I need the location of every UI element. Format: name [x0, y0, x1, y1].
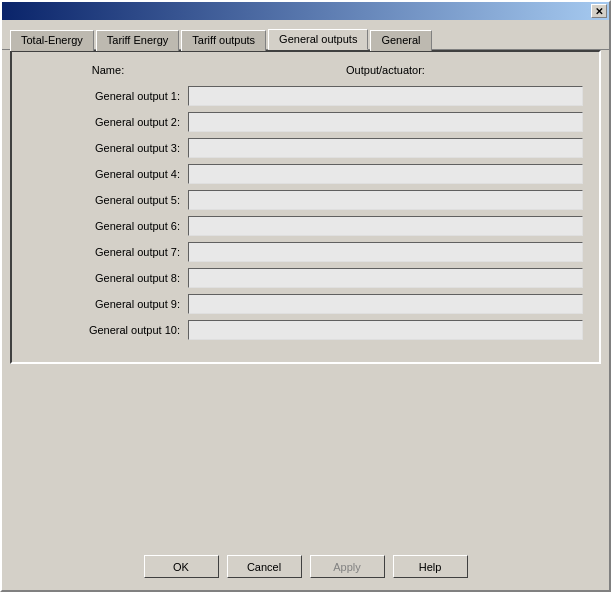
tabs-container: Total-Energy Tariff Energy Tariff output…	[2, 24, 609, 50]
row-label-2: General output 2:	[28, 116, 188, 128]
close-button[interactable]: ✕	[591, 4, 607, 18]
table-row: General output 10:	[28, 320, 583, 340]
column-headers: Name: Output/actuator:	[28, 64, 583, 76]
tab-general-outputs[interactable]: General outputs	[268, 29, 368, 50]
tab-tariff-outputs[interactable]: Tariff outputs	[181, 30, 266, 51]
table-row: General output 6:	[28, 216, 583, 236]
table-row: General output 5:	[28, 190, 583, 210]
footer-buttons: OK Cancel Apply Help	[2, 555, 609, 578]
main-window: ✕ Total-Energy Tariff Energy Tariff outp…	[0, 0, 611, 592]
table-row: General output 3:	[28, 138, 583, 158]
output-input-4[interactable]	[188, 164, 583, 184]
table-row: General output 2:	[28, 112, 583, 132]
row-label-9: General output 9:	[28, 298, 188, 310]
row-label-5: General output 5:	[28, 194, 188, 206]
name-column-header: Name:	[28, 64, 188, 76]
output-input-8[interactable]	[188, 268, 583, 288]
table-row: General output 4:	[28, 164, 583, 184]
output-input-10[interactable]	[188, 320, 583, 340]
output-input-7[interactable]	[188, 242, 583, 262]
table-row: General output 9:	[28, 294, 583, 314]
table-row: General output 8:	[28, 268, 583, 288]
output-input-3[interactable]	[188, 138, 583, 158]
table-row: General output 1:	[28, 86, 583, 106]
title-bar: ✕	[2, 2, 609, 20]
output-input-2[interactable]	[188, 112, 583, 132]
row-label-6: General output 6:	[28, 220, 188, 232]
output-input-9[interactable]	[188, 294, 583, 314]
output-input-1[interactable]	[188, 86, 583, 106]
row-label-4: General output 4:	[28, 168, 188, 180]
output-input-5[interactable]	[188, 190, 583, 210]
apply-button[interactable]: Apply	[310, 555, 385, 578]
ok-button[interactable]: OK	[144, 555, 219, 578]
row-label-7: General output 7:	[28, 246, 188, 258]
output-input-6[interactable]	[188, 216, 583, 236]
tab-tariff-energy[interactable]: Tariff Energy	[96, 30, 180, 51]
help-button[interactable]: Help	[393, 555, 468, 578]
row-label-8: General output 8:	[28, 272, 188, 284]
row-label-3: General output 3:	[28, 142, 188, 154]
tab-total-energy[interactable]: Total-Energy	[10, 30, 94, 51]
row-label-10: General output 10:	[28, 324, 188, 336]
cancel-button[interactable]: Cancel	[227, 555, 302, 578]
row-label-1: General output 1:	[28, 90, 188, 102]
content-panel: Name: Output/actuator: General output 1:…	[10, 50, 601, 364]
output-column-header: Output/actuator:	[188, 64, 583, 76]
table-row: General output 7:	[28, 242, 583, 262]
tab-general[interactable]: General	[370, 30, 431, 51]
